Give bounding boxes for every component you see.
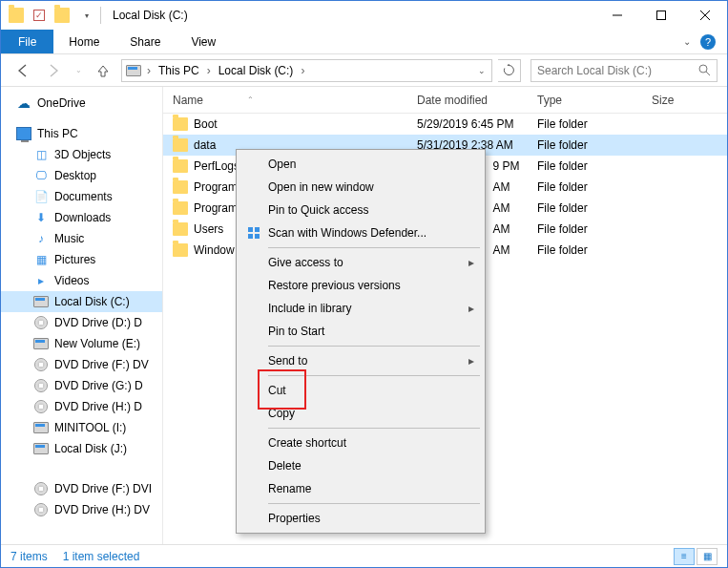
tab-view[interactable]: View (176, 30, 231, 53)
drive-icon (33, 420, 49, 435)
nav-item[interactable]: DVD Drive (G:) D (1, 375, 162, 396)
menu-label: Rename (268, 482, 311, 495)
address-bar: ⌄ › This PC › Local Disk (C:) › ⌄ Search… (1, 54, 727, 87)
context-menu-item[interactable]: Send to▸ (239, 349, 482, 372)
context-menu-item[interactable]: Copy (239, 402, 482, 425)
menu-separator (268, 503, 480, 504)
folder-icon (173, 201, 188, 215)
col-name[interactable]: Name⌃ (163, 94, 407, 107)
thispc-icon (16, 126, 31, 141)
file-tab[interactable]: File (1, 30, 53, 53)
nav-item[interactable]: ⬇Downloads (1, 207, 162, 228)
nav-item[interactable]: ◫3D Objects (1, 144, 162, 165)
nav-item[interactable]: ▸Videos (1, 270, 162, 291)
context-menu-item[interactable]: Include in library▸ (239, 297, 482, 320)
file-type: File folder (528, 117, 642, 131)
nav-item[interactable]: DVD Drive (F:) DV (1, 354, 162, 375)
desktop-icon: 🖵 (33, 168, 49, 183)
file-name: Window (194, 243, 235, 257)
status-bar: 7 items 1 item selected ≡ ▦ (1, 544, 727, 567)
col-size[interactable]: Size (642, 94, 709, 107)
ribbon-expand-icon[interactable]: ⌄ (683, 36, 691, 47)
context-menu: OpenOpen in new windowPin to Quick acces… (236, 149, 486, 534)
nav-item-label: Local Disk (J:) (54, 442, 127, 455)
file-type: File folder (528, 138, 642, 152)
tab-home[interactable]: Home (53, 30, 114, 53)
qat-dropdown-icon[interactable]: ▾ (79, 8, 94, 23)
crumb-c[interactable]: Local Disk (C:) (217, 64, 296, 77)
nav-onedrive[interactable]: ☁ OneDrive (1, 93, 162, 114)
nav-item[interactable]: DVD Drive (D:) D (1, 312, 162, 333)
nav-item[interactable]: 🖵Desktop (1, 165, 162, 186)
help-icon[interactable]: ? (700, 34, 716, 50)
back-button[interactable] (10, 58, 35, 83)
context-menu-item[interactable]: Rename (239, 477, 482, 500)
context-menu-item[interactable]: Properties (239, 507, 482, 530)
tab-share[interactable]: Share (114, 30, 176, 53)
crumb-thispc[interactable]: This PC (156, 64, 201, 77)
chevron-right-icon: ▸ (468, 302, 474, 315)
nav-item[interactable]: ♪Music (1, 228, 162, 249)
address-dropdown-icon[interactable]: ⌄ (472, 66, 491, 75)
nav-item[interactable]: ▦Pictures (1, 249, 162, 270)
nav-item-label: DVD Drive (H:) DV (54, 503, 150, 516)
refresh-button[interactable] (498, 59, 521, 82)
icons-view-button[interactable]: ▦ (697, 548, 718, 565)
menu-label: Give access to (268, 256, 343, 269)
dvd-icon (33, 378, 49, 393)
nav-item[interactable]: DVD Drive (H:) DV (1, 499, 162, 520)
svg-line-5 (706, 72, 710, 75)
col-date[interactable]: Date modified (407, 94, 528, 107)
context-menu-item[interactable]: Create shortcut (239, 431, 482, 454)
menu-separator (268, 346, 480, 347)
file-name: PerfLogs (194, 159, 239, 173)
nav-item-label: Documents (54, 190, 113, 203)
context-menu-item[interactable]: Cut (239, 379, 482, 402)
qat-properties-icon[interactable]: ✓ (33, 10, 45, 21)
nav-item[interactable]: Local Disk (C:) (1, 291, 162, 312)
forward-button[interactable] (41, 58, 66, 83)
maximize-button[interactable] (639, 1, 683, 30)
nav-item[interactable]: 📄Documents (1, 186, 162, 207)
up-button[interactable] (91, 58, 115, 83)
nav-item[interactable]: DVD Drive (H:) D (1, 396, 162, 417)
minimize-button[interactable] (595, 1, 639, 30)
item-count: 7 items (10, 550, 48, 563)
folder-icon (173, 180, 188, 194)
col-type[interactable]: Type (528, 94, 642, 107)
context-menu-item[interactable]: Give access to▸ (239, 251, 482, 274)
nav-item[interactable]: MINITOOL (I:) (1, 417, 162, 438)
nav-item[interactable]: DVD Drive (F:) DVI (1, 478, 162, 499)
search-input[interactable]: Search Local Disk (C:) (530, 59, 718, 82)
file-type: File folder (528, 243, 642, 257)
context-menu-item[interactable]: Open in new window (239, 176, 482, 199)
menu-label: Scan with Windows Defender... (268, 226, 426, 240)
context-menu-item[interactable]: Delete (239, 454, 482, 477)
folder-icon (173, 138, 188, 152)
context-menu-item[interactable]: Scan with Windows Defender... (239, 221, 482, 244)
recent-dropdown-icon[interactable]: ⌄ (72, 58, 85, 83)
chevron-right-icon[interactable]: › (297, 64, 308, 77)
chevron-right-icon[interactable]: › (203, 64, 215, 77)
context-menu-item[interactable]: Pin to Start (239, 320, 482, 343)
nav-item[interactable]: New Volume (E:) (1, 333, 162, 354)
nav-thispc[interactable]: This PC (1, 123, 162, 144)
music-icon: ♪ (33, 231, 49, 246)
nav-item-label: DVD Drive (H:) D (54, 400, 142, 413)
chevron-right-icon[interactable]: › (143, 64, 155, 77)
context-menu-item[interactable]: Restore previous versions (239, 274, 482, 297)
breadcrumb[interactable]: › This PC › Local Disk (C:) › ⌄ (121, 59, 492, 82)
menu-label: Restore previous versions (268, 279, 401, 292)
file-name: Program (194, 180, 238, 194)
context-menu-item[interactable]: Open (239, 153, 482, 176)
close-button[interactable] (683, 1, 727, 30)
details-view-button[interactable]: ≡ (674, 548, 695, 565)
nav-item-label: New Volume (E:) (54, 337, 140, 350)
nav-item-label: Pictures (54, 253, 95, 266)
column-headers: Name⌃ Date modified Type Size (163, 87, 727, 114)
nav-item[interactable]: Local Disk (J:) (1, 438, 162, 459)
context-menu-item[interactable]: Pin to Quick access (239, 199, 482, 221)
table-row[interactable]: Boot5/29/2019 6:45 PMFile folder (163, 114, 727, 135)
file-type: File folder (528, 222, 642, 236)
menu-separator (268, 247, 480, 248)
